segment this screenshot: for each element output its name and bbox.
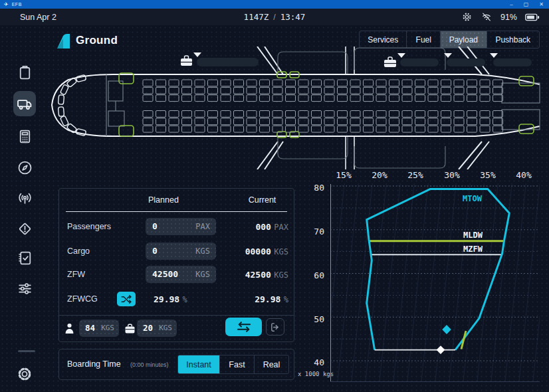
ground-tabs: Services Fuel Payload Pushback	[359, 31, 540, 49]
tab-payload[interactable]: Payload	[441, 31, 487, 48]
calculator-icon	[17, 128, 33, 145]
boarding-time-label: Boarding Time	[67, 349, 121, 379]
sidebar-item-navigation[interactable]	[13, 156, 36, 179]
y-tick: 50	[298, 314, 324, 324]
mzfw-label: MZFW	[463, 245, 483, 254]
cargo-load-bar	[447, 58, 485, 66]
zfw-planned-input[interactable]: 42500 KGS	[146, 266, 216, 283]
passenger-icon	[62, 322, 76, 336]
tab-services[interactable]: Services	[360, 31, 407, 48]
battery-icon	[525, 13, 540, 22]
payload-row-cargo: Cargo 0 KGS 00000 KGS	[59, 243, 294, 260]
passengers-planned-input[interactable]: 0 PAX	[146, 218, 216, 235]
header-rule	[66, 211, 287, 212]
sidebar-divider	[18, 350, 35, 352]
sidebar-item-settings[interactable]	[13, 363, 36, 385]
exit-door-markers	[119, 72, 534, 138]
antenna-broadcast-icon	[17, 190, 33, 207]
window-titlebar: ✈ EFB – ▢ ✕	[0, 0, 549, 9]
tab-pushback[interactable]: Pushback	[487, 31, 539, 48]
y-tick: 40	[298, 357, 324, 367]
current-column-header: Current	[233, 195, 291, 205]
y-axis-unit-note: x 1000 kgs	[298, 371, 334, 377]
payload-row-passengers: Passengers 0 PAX 000 PAX	[59, 218, 294, 235]
cargo-pointer-triangle	[193, 52, 201, 57]
zfwcg-planned-value: 29.98 %	[154, 290, 187, 308]
zfwcg-randomize-button[interactable]	[117, 292, 136, 306]
sidebar-item-ground-services[interactable]	[13, 91, 36, 116]
truck-icon	[16, 95, 33, 112]
main-content: Ground Services Fuel Payload Pushback	[0, 25, 549, 392]
sidebar-item-calculator[interactable]	[13, 125, 36, 147]
payload-panel: Planned Current Passengers 0 PAX 000 PAX…	[58, 188, 294, 342]
row-label: ZFW	[67, 266, 85, 283]
zfwcg-current-value: 29.98 %	[215, 290, 288, 308]
efb-app-window: ✈ EFB – ▢ ✕ Sun Apr 2 1147Z/13:47 91%	[0, 0, 549, 392]
boarding-time-duration: (0:00 minutes)	[130, 349, 169, 379]
zfw-current-value: 42500 KGS	[215, 266, 288, 284]
boarding-time-panel: Boarding Time (0:00 minutes) Instant Fas…	[58, 349, 294, 380]
minimize-button[interactable]: –	[510, 1, 512, 7]
page-title: Ground	[76, 34, 118, 47]
y-tick: 60	[298, 270, 324, 280]
baggage-icon	[124, 323, 136, 334]
transfer-arrows-icon	[235, 320, 253, 334]
window-title: EFB	[12, 2, 22, 7]
footer-divider	[59, 315, 294, 316]
boarding-option-fast[interactable]: Fast	[220, 355, 255, 373]
seat-grid	[143, 80, 503, 132]
export-icon	[270, 322, 281, 333]
y-tick: 80	[298, 183, 324, 193]
galley-monuments	[106, 74, 540, 136]
fwd-cargo-indicator[interactable]	[181, 52, 259, 66]
wifi-off-icon	[481, 11, 493, 23]
cargo-pointer-triangle	[397, 53, 405, 58]
cargo-pointer-triangle	[490, 53, 498, 58]
sidebar-item-checklist[interactable]	[13, 246, 36, 269]
x-tick: 25%	[402, 170, 429, 180]
boarding-option-instant[interactable]: Instant	[178, 355, 220, 373]
apply-payload-button[interactable]	[225, 318, 262, 336]
sidebar-item-radio[interactable]	[13, 187, 36, 209]
sidebar-item-flightplan[interactable]	[13, 61, 36, 84]
export-loadsheet-button[interactable]	[266, 318, 284, 336]
x-tick: 20%	[366, 170, 393, 180]
sidebar-item-alerts[interactable]	[13, 217, 36, 240]
row-label: ZFWCG	[67, 290, 98, 308]
battery-percent: 91%	[500, 13, 517, 22]
boarding-speed-options: Instant Fast Real	[177, 355, 289, 374]
sidebar-item-options[interactable]	[13, 277, 36, 300]
aircraft-seatmap-diagram	[50, 47, 549, 169]
passengers-current-value: 000 PAX	[215, 218, 288, 236]
gear-icon	[16, 365, 33, 383]
cargo-load-bar	[197, 58, 259, 66]
x-tick: 35%	[475, 170, 501, 180]
compass-icon	[17, 159, 33, 176]
row-label: Cargo	[67, 243, 90, 260]
notebook-check-icon	[17, 250, 33, 266]
status-bar: Sun Apr 2 1147Z/13:47 91%	[0, 9, 549, 25]
aft-cargo-indicators[interactable]	[384, 53, 532, 67]
close-button[interactable]: ✕	[539, 1, 544, 7]
cg-envelope-chart: 15% 20% 25% 30% 35% 40% 80 70 60 50 40 x…	[298, 167, 545, 387]
cg-envelope-plot: MTOW MLDW MZFW	[330, 182, 540, 383]
row-label: Passengers	[67, 218, 111, 235]
x-tick: 30%	[439, 170, 465, 180]
bag-weight-input[interactable]: 20 KGS	[137, 320, 177, 337]
maximize-button[interactable]: ▢	[524, 1, 529, 7]
boarding-option-real[interactable]: Real	[255, 355, 288, 373]
x-tick: 40%	[510, 170, 537, 180]
pax-weight-input[interactable]: 84 KGS	[79, 320, 119, 337]
cargo-load-bar	[493, 58, 532, 66]
x-tick: 15%	[330, 170, 357, 180]
payload-row-zfw: ZFW 42500 KGS 42500 KGS	[59, 266, 294, 283]
y-tick: 70	[298, 227, 324, 237]
mldw-label: MLDW	[463, 231, 483, 240]
warning-diamond-icon	[17, 221, 33, 237]
settings-gear-icon[interactable]	[461, 11, 473, 23]
cargo-load-bar	[400, 58, 439, 66]
tab-fuel[interactable]: Fuel	[407, 31, 441, 48]
planned-column-header: Planned	[148, 195, 179, 205]
cargo-planned-input[interactable]: 0 KGS	[146, 243, 216, 260]
clipboard-icon	[17, 64, 33, 81]
